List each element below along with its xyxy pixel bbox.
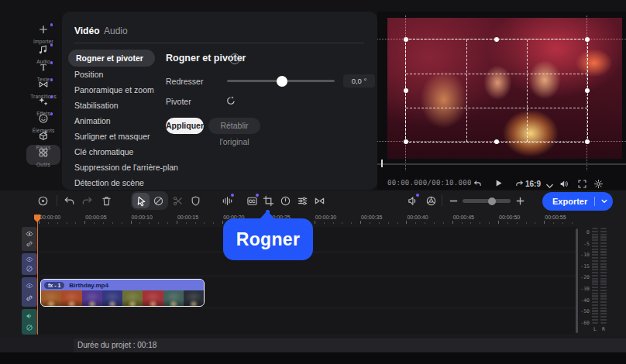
menu-item-position[interactable]: Position xyxy=(74,70,103,79)
sidebar-item-outils[interactable]: Outils xyxy=(23,147,64,167)
reset-original-button[interactable]: Rétablir l'original xyxy=(208,118,260,134)
seekbar-playhead[interactable] xyxy=(381,160,383,167)
snap-disabled-icon[interactable] xyxy=(153,195,164,207)
gear-icon[interactable] xyxy=(593,179,604,189)
menu-item-detection-de-scene[interactable]: Détection de scène xyxy=(74,178,144,187)
unlink-icon[interactable] xyxy=(26,265,33,273)
crop-handle-ne[interactable] xyxy=(585,37,590,42)
adjustments-icon[interactable] xyxy=(297,195,308,207)
zoom-in-icon[interactable] xyxy=(514,195,526,207)
ruler-tick xyxy=(149,222,150,224)
help-icon[interactable]: ? xyxy=(229,53,240,64)
menu-item-surligner-et-masquer[interactable]: Surligner et masquer xyxy=(74,132,150,141)
step-forward-icon[interactable] xyxy=(514,179,525,189)
track-header-overlay[interactable] xyxy=(22,227,37,251)
chevron-down-icon[interactable] xyxy=(600,197,608,205)
straighten-label: Redresser xyxy=(166,77,203,86)
color-wheel-icon[interactable] xyxy=(425,195,437,207)
zoom-out-icon[interactable] xyxy=(448,195,459,207)
crop-region[interactable] xyxy=(405,39,588,143)
volume-icon[interactable] xyxy=(559,179,569,189)
marker-shield-icon[interactable] xyxy=(190,195,201,207)
crop-handle-nw[interactable] xyxy=(404,37,408,42)
ruler-tick xyxy=(443,222,444,224)
meter-scale-label: -60 xyxy=(579,320,590,326)
fx-badge: fx - 1 xyxy=(44,282,64,289)
menu-item-stabilisation[interactable]: Stabilisation xyxy=(74,101,119,110)
straighten-value[interactable]: 0,0 ° xyxy=(343,74,375,88)
ruler-tick xyxy=(397,222,398,224)
crop-handle-s[interactable] xyxy=(494,139,499,144)
clip-filmstrip xyxy=(41,290,204,306)
timeline-zoom-thumb[interactable] xyxy=(488,197,496,205)
apply-button[interactable]: Appliquer xyxy=(166,118,204,134)
vertical-scrollbar[interactable] xyxy=(576,228,578,333)
ruler-tick xyxy=(333,222,334,224)
audio-wave-icon[interactable] xyxy=(222,195,233,207)
track-lane[interactable] xyxy=(39,309,577,335)
rotate-icon[interactable] xyxy=(225,95,236,106)
scissors-icon[interactable] xyxy=(172,195,184,207)
menu-item-rogner-et-pivoter[interactable]: Rogner et pivoter xyxy=(68,50,155,67)
menu-item-panoramique-et-zoom[interactable]: Panoramique et zoom xyxy=(74,85,154,94)
aspect-ratio-select[interactable]: 16:9 xyxy=(525,180,541,188)
tab-video[interactable]: Vidéo xyxy=(74,26,99,36)
track-header-linked[interactable] xyxy=(22,253,37,275)
eye-icon[interactable] xyxy=(26,230,33,238)
separator xyxy=(57,195,57,206)
ruler-tick xyxy=(553,222,554,224)
crop-handle-sw[interactable] xyxy=(404,139,408,144)
straighten-slider-thumb[interactable] xyxy=(277,76,287,87)
timeline-zoom-slider[interactable] xyxy=(463,199,511,203)
preview-seekbar[interactable] xyxy=(377,163,626,165)
audio-meter-left xyxy=(592,228,598,324)
step-back-icon[interactable] xyxy=(473,179,483,189)
crop-handle-e[interactable] xyxy=(585,88,590,93)
link-icon[interactable] xyxy=(26,294,33,302)
music-note-icon xyxy=(38,44,49,55)
subtitles-icon[interactable] xyxy=(246,195,258,207)
unlink-icon[interactable] xyxy=(26,324,33,331)
undo-icon[interactable] xyxy=(64,195,75,207)
link-icon[interactable] xyxy=(26,240,33,248)
menu-item-animation[interactable]: Animation xyxy=(74,116,111,125)
crop-handle-se[interactable] xyxy=(585,139,590,144)
eye-icon[interactable] xyxy=(26,282,33,290)
record-target-icon[interactable] xyxy=(37,195,49,207)
ruler-label: 00:00:30 xyxy=(315,215,336,220)
crop-handle-n[interactable] xyxy=(494,37,499,42)
ruler-tick xyxy=(158,222,159,224)
ruler-tick xyxy=(139,222,140,224)
cursor-tool-icon[interactable] xyxy=(136,195,147,207)
eye-icon[interactable] xyxy=(26,256,33,263)
ruler-tick xyxy=(67,222,67,224)
track-header-audio[interactable] xyxy=(22,309,37,335)
filmstrip-thumbnail xyxy=(61,290,81,306)
crop-handle-w[interactable] xyxy=(404,88,408,93)
filmstrip-thumbnail xyxy=(184,290,204,306)
menu-item-cle-chromatique[interactable]: Clé chromatique xyxy=(74,147,133,156)
export-button[interactable]: Exporter xyxy=(542,192,613,211)
preview-panel: 00:00.000/00:10.000 16:9 xyxy=(377,12,626,190)
transition-bowtie-icon[interactable] xyxy=(314,195,325,207)
clip-speed-icon[interactable] xyxy=(280,195,291,207)
rotate-label: Pivoter xyxy=(166,97,191,106)
ruler-tick xyxy=(39,221,40,224)
sidebar-item-importer[interactable]: Importer xyxy=(23,24,64,44)
tab-audio[interactable]: Audio xyxy=(104,26,128,36)
clip-volume-icon[interactable] xyxy=(407,195,418,207)
trash-icon[interactable] xyxy=(101,195,112,207)
ruler-tick xyxy=(572,222,573,224)
crop-tool-icon[interactable] xyxy=(263,195,274,207)
speaker-icon[interactable] xyxy=(26,312,33,320)
project-duration: Durée du projet : 00:18 xyxy=(77,341,156,349)
play-icon[interactable] xyxy=(494,178,504,188)
track-header-video[interactable] xyxy=(22,277,37,307)
redo-icon[interactable] xyxy=(81,195,93,207)
ruler-tick xyxy=(425,222,425,224)
timeline-clip-birthday[interactable]: fx - 1 Birthday.mp4 xyxy=(40,279,205,307)
ruler-tick xyxy=(360,221,361,224)
fullscreen-icon[interactable] xyxy=(577,179,587,189)
menu-item-suppression-arriere-plan[interactable]: Suppression de l'arrière-plan xyxy=(74,163,178,172)
ruler-tick xyxy=(112,222,113,224)
